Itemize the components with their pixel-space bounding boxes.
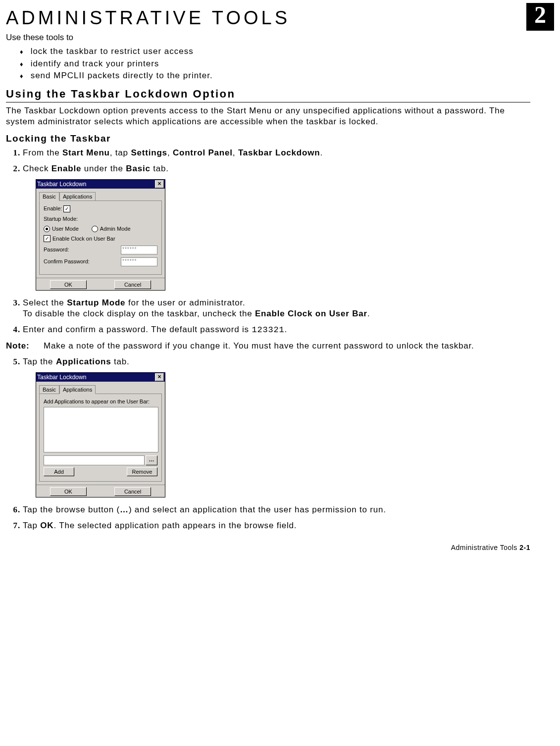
- password-input[interactable]: ******: [121, 246, 157, 254]
- browse-button[interactable]: …: [146, 455, 157, 465]
- chapter-badge: 2: [526, 3, 554, 31]
- confirm-password-input[interactable]: ******: [121, 257, 157, 266]
- subsection-heading: Locking the Taskbar: [6, 133, 530, 145]
- cancel-button[interactable]: Cancel: [114, 280, 151, 289]
- ok-button[interactable]: OK: [50, 487, 87, 496]
- cancel-button[interactable]: Cancel: [114, 487, 151, 496]
- startup-mode-label: Startup Mode:: [44, 215, 157, 222]
- dialog-title: Taskbar Lockdown: [37, 374, 155, 382]
- tab-applications[interactable]: Applications: [59, 385, 96, 394]
- tab-basic[interactable]: Basic: [39, 385, 59, 394]
- clock-checkbox[interactable]: ✓: [44, 235, 51, 242]
- dialog-title: Taskbar Lockdown: [37, 181, 155, 189]
- intro-text: Use these tools to: [6, 32, 530, 43]
- tab-basic[interactable]: Basic: [39, 192, 59, 201]
- section-heading: Using the Taskbar Lockdown Option: [6, 87, 530, 103]
- dialog-basic: Taskbar Lockdown × Basic Applications En…: [36, 179, 165, 290]
- section-paragraph: The Taskbar Lockdown option prevents acc…: [6, 105, 530, 127]
- page-footer: Administrative Tools 2-1: [6, 543, 530, 552]
- user-mode-label: User Mode: [52, 225, 79, 232]
- bullet-item: lock the taskbar to restrict user access: [20, 46, 530, 57]
- step-item: Select the Startup Mode for the user or …: [23, 298, 530, 319]
- dialog-applications: Taskbar Lockdown × Basic Applications Ad…: [36, 372, 165, 497]
- admin-mode-radio[interactable]: [92, 226, 98, 232]
- bullet-item: identify and track your printers: [20, 58, 530, 69]
- password-label: Password:: [44, 246, 69, 253]
- step-item: Tap OK. The selected application path ap…: [23, 520, 530, 531]
- note-text: Make a note of the password if you chang…: [44, 341, 474, 351]
- step-item: Tap the Applications tab.: [23, 356, 530, 367]
- clock-label: Enable Clock on User Bar: [52, 235, 115, 242]
- bullet-item: send MPCLII packets directly to the prin…: [20, 70, 530, 81]
- step-item: Check Enable under the Basic tab.: [23, 163, 530, 174]
- close-icon[interactable]: ×: [155, 180, 164, 188]
- path-input[interactable]: [44, 455, 145, 465]
- confirm-password-label: Confirm Password:: [44, 258, 90, 265]
- applications-listbox[interactable]: [44, 407, 158, 452]
- admin-mode-label: Admin Mode: [100, 225, 131, 232]
- apps-caption: Add Applications to appear on the User B…: [44, 398, 157, 405]
- ok-button[interactable]: OK: [50, 280, 87, 289]
- tab-applications[interactable]: Applications: [59, 192, 96, 200]
- remove-button[interactable]: Remove: [127, 467, 157, 476]
- enable-checkbox[interactable]: ✓: [63, 205, 70, 212]
- note-label: Note:: [6, 341, 44, 351]
- user-mode-radio[interactable]: [44, 226, 50, 232]
- page-title: ADMINISTRATIVE TOOLS: [6, 6, 526, 30]
- step-item: Tap the browse button (…) and select an …: [23, 504, 530, 515]
- add-button[interactable]: Add: [44, 467, 74, 476]
- step-item: From the Start Menu, tap Settings, Contr…: [23, 148, 530, 158]
- enable-label: Enable:: [44, 205, 62, 212]
- close-icon[interactable]: ×: [155, 373, 164, 381]
- step-item: Enter and confirm a password. The defaul…: [23, 324, 530, 336]
